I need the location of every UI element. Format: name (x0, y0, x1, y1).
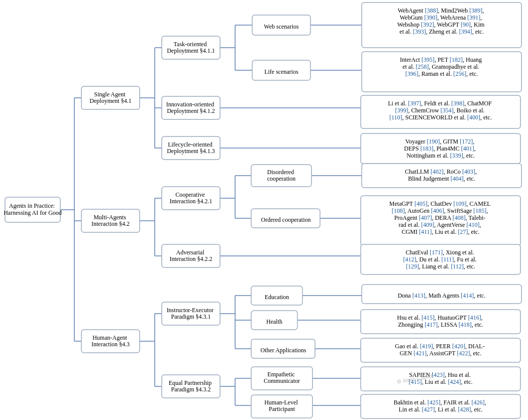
lifecycle-refs-text: Voyager [190], GITM [172], DEPS [183], P… (404, 138, 477, 159)
health-label: Health (266, 318, 282, 325)
adversarial-refs-text: ChatEval [171], Xiong et al. [412], Du e… (403, 249, 478, 270)
single-agent-label: Single Agent Deployment §4.1 (89, 91, 131, 104)
other-apps-refs-text: Gao et al. [419], PEER [420], DIAL- GEN … (395, 343, 486, 357)
web-refs-text: WebAgent [388], Mind2Web [389], WebGum [… (397, 7, 486, 35)
life-refs-text: InterAct [395], PET [182], Huang et al. … (400, 56, 483, 77)
equal-partnership-label: Equal Partnership Paradigm §4.3.2 (169, 379, 214, 393)
education-refs-text: Dona [413], Math Agents [414], etc. (398, 292, 486, 299)
education-label: Education (265, 294, 289, 301)
empathetic-label: Empathetic Communicator (264, 371, 300, 384)
task-oriented-label: Task-oriented Deploytment §4.1.1 (167, 41, 215, 54)
health-refs-text: Hsu et al. [415], HuatuoGPT [416], Zhong… (397, 314, 484, 328)
innovation-oriented-label: Innovation-oriented Deploytment §4.1.2 (166, 101, 216, 114)
ordered-refs-text: MetaGPT [405], ChatDev [109], CAMEL [108… (389, 200, 492, 235)
life-scenarios-label: Life scenarios (264, 68, 298, 75)
multi-agents-label: Multi-Agents Interaction §4.2 (91, 214, 130, 227)
tree-diagram: Agents in Practice: Harnessing AI for Go… (0, 0, 528, 420)
disordered-label: Disordered cooperation (267, 169, 296, 182)
lifecycle-oriented-label: Lifecycle-oriented Deploytment §4.1.3 (167, 141, 215, 155)
ordered-label: Ordered cooperation (261, 216, 311, 223)
disordered-refs-text: ChatLLM [402], RoCo [403], Blind Judgeme… (405, 168, 478, 182)
cooperative-label: Cooperative Interaction §4.2.1 (170, 191, 213, 205)
instructor-executor-label: Instructor-Executor Paradigm §4.3.1 (167, 307, 216, 320)
other-apps-label: Other Applications (261, 347, 306, 354)
tree-container: Agents in Practice: Harnessing AI for Go… (0, 0, 528, 420)
web-scenarios-label: Web scenarios (264, 23, 299, 30)
human-level-label: Human-Level Participant (264, 399, 299, 412)
innovation-refs-text: Li et al. [397], Feldt et al. [398], Cha… (388, 100, 493, 121)
human-agent-label: Human-Agent Interaction §4.3 (91, 334, 130, 348)
root-node-label: Agents in Practice: Harnessing AI for Go… (4, 202, 62, 216)
human-level-refs-text: Bakhtin et al. [425], FAIR et al. [426],… (393, 399, 487, 413)
